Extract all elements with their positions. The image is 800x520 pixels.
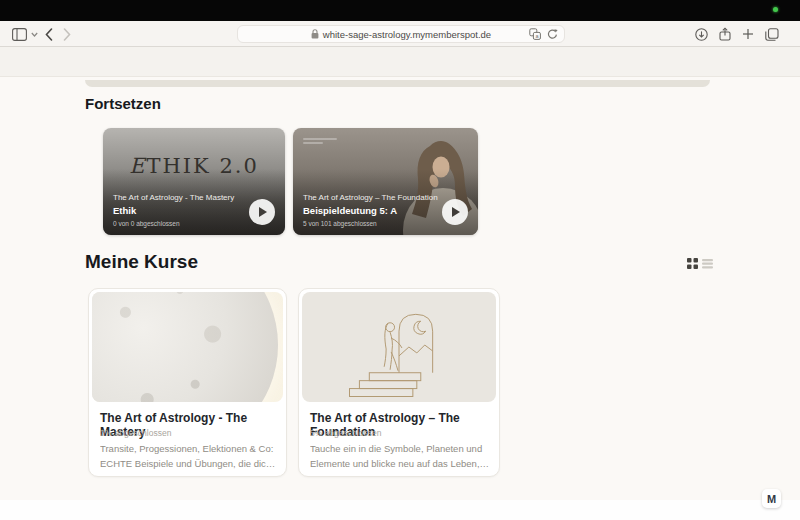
tab-overview-icon[interactable]	[763, 21, 781, 47]
screen: white-sage-astrology.mymemberspot.de a M…	[0, 0, 800, 520]
forward-icon[interactable]	[60, 21, 74, 47]
stairs-arch-illustration	[302, 294, 496, 400]
video-course-name: The Art of Astrology - The Mastery	[113, 193, 241, 202]
memberspot-badge[interactable]: M	[762, 489, 781, 508]
course-card-foundation[interactable]: The Art of Astrology – The Foundation 5%…	[298, 288, 500, 477]
list-view-icon[interactable]	[702, 258, 713, 269]
main-content: Fortsetzen ETHIK 2.0 The Art of Astrolog…	[0, 77, 800, 500]
play-icon	[259, 207, 267, 217]
course-progress: 0% abgeschlossen	[100, 428, 171, 438]
course-image-lineart	[302, 292, 496, 402]
continue-section-heading: Fortsetzen	[85, 95, 161, 112]
video-progress-text: 5 von 101 abgeschlossen	[303, 220, 434, 227]
lock-icon	[311, 29, 319, 39]
thumbnail-watermark	[303, 138, 337, 146]
moon-illustration	[92, 292, 278, 402]
video-lesson-name: Ethik	[113, 205, 241, 216]
video-lesson-name: Beispieldeutung 5: A	[303, 205, 434, 216]
new-tab-icon[interactable]	[740, 21, 756, 47]
continue-card-ethik[interactable]: ETHIK 2.0 The Art of Astrology - The Mas…	[103, 128, 285, 235]
play-button[interactable]	[249, 199, 275, 225]
courses-section-heading: Meine Kurse	[85, 251, 198, 273]
site-header: Meine Kurse Community ⌘ K EN	[0, 47, 800, 77]
url-text: white-sage-astrology.mymemberspot.de	[323, 29, 491, 40]
reload-icon[interactable]	[547, 28, 558, 40]
continue-card-beispieldeutung[interactable]: The Art of Astrology – The Foundation Be…	[293, 128, 478, 235]
course-progress: 5% abgeschlossen	[310, 428, 381, 438]
scrolled-banner-edge	[85, 80, 710, 87]
course-description: Tauche ein in die Symbole, Planeten und …	[310, 442, 490, 471]
video-course-name: The Art of Astrology – The Foundation	[303, 193, 434, 202]
footer-band	[0, 500, 800, 520]
course-card-mastery[interactable]: The Art of Astrology - The Mastery 0% ab…	[88, 288, 287, 477]
play-icon	[452, 207, 460, 217]
course-description: Transite, Progessionen, Elektionen & Co:…	[100, 442, 277, 471]
share-icon[interactable]	[717, 21, 733, 47]
back-icon[interactable]	[42, 21, 56, 47]
browser-toolbar: white-sage-astrology.mymemberspot.de a	[0, 21, 800, 47]
sidebar-toggle-icon[interactable]	[10, 21, 28, 47]
chevron-down-icon[interactable]	[29, 21, 39, 47]
video-card-meta: The Art of Astrology - The Mastery Ethik…	[113, 193, 241, 227]
downloads-icon[interactable]	[693, 21, 709, 47]
play-button[interactable]	[442, 199, 468, 225]
address-bar[interactable]: white-sage-astrology.mymemberspot.de a	[237, 25, 565, 43]
grid-view-icon[interactable]	[687, 258, 698, 269]
macos-menubar	[0, 0, 800, 21]
course-image-moon	[92, 292, 283, 402]
video-progress-text: 0 von 0 abgeschlossen	[113, 220, 241, 227]
camera-indicator-dot	[773, 7, 778, 12]
video-card-meta: The Art of Astrology – The Foundation Be…	[303, 193, 434, 227]
translate-icon[interactable]: a	[529, 28, 541, 40]
